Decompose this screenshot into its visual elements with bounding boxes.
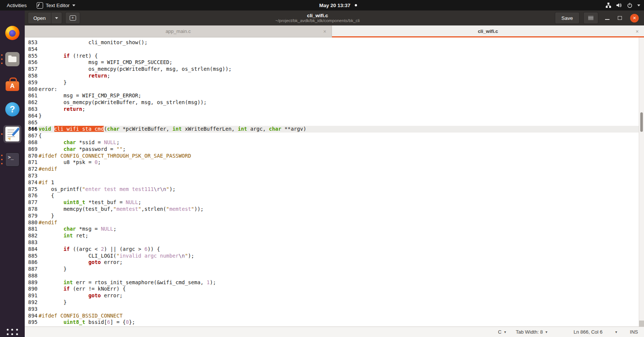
code-text: } (39, 266, 639, 273)
code-line[interactable]: 877 uint8_t *test_buf = NULL; (25, 199, 639, 206)
language-label: C (498, 329, 501, 335)
tab-width-label: Tab Width: 8 (516, 329, 543, 335)
code-line[interactable]: 875 os_printf("enter test mem test111\r\… (25, 186, 639, 193)
code-line[interactable]: 865 (25, 119, 639, 126)
language-selector[interactable]: C ▾ (498, 329, 506, 335)
running-dots (1, 155, 3, 164)
code-text: return; (39, 73, 639, 79)
code-line[interactable]: 878 memcpy(test_buf,"memtest",strlen("me… (25, 206, 639, 213)
code-line[interactable]: 863 return; (25, 106, 639, 113)
code-line[interactable]: 894#ifdef CONFIG_BSSID_CONNECT (25, 313, 639, 319)
code-line[interactable]: 872#endif (25, 166, 639, 173)
code-text: goto error; (39, 292, 639, 299)
dock-item-terminal[interactable]: >_ (3, 151, 21, 168)
chevron-down-icon: ▾ (615, 330, 617, 334)
dock-item-help[interactable]: ? (3, 100, 21, 118)
code-text: uint8_t *test_buf = NULL; (39, 199, 639, 206)
code-line[interactable]: 880#endif (25, 219, 639, 226)
cursor-position[interactable]: Ln 866, Col 6 (574, 329, 602, 335)
scrollbar-thumb[interactable] (640, 112, 643, 132)
code-line[interactable]: 879 } (25, 213, 639, 219)
code-line[interactable]: 895 uint8_t bssid[6] = {0}; (25, 319, 639, 326)
code-line[interactable]: 869 char *password = ""; (25, 146, 639, 153)
restore-button[interactable] (618, 16, 622, 20)
code-line[interactable]: 876 { (25, 192, 639, 199)
code-line[interactable]: 884 if ((argc < 2) || (argc > 6)) { (25, 246, 639, 253)
code-text: if (!ret) { (39, 53, 639, 60)
line-number: 872 (25, 166, 39, 173)
tab-cli-wifi[interactable]: cli_wifi.c × (332, 25, 644, 37)
tab-bar: app_main.c × cli_wifi.c × (25, 25, 644, 37)
code-text: memcpy(test_buf,"memtest",strlen("memtes… (39, 206, 639, 213)
code-line[interactable]: 856 msg = WIFI_CMD_RSP_SUCCEED; (25, 59, 639, 66)
clock-menu[interactable]: May 20 13:37 (319, 0, 357, 10)
line-number: 861 (25, 92, 39, 99)
save-button[interactable]: Save (555, 12, 580, 24)
notification-dot-icon (355, 4, 357, 6)
dock-item-text-editor[interactable] (3, 125, 21, 143)
tab-close-icon[interactable]: × (323, 28, 326, 34)
running-dots (1, 133, 3, 135)
tab-app-main[interactable]: app_main.c × (25, 25, 332, 37)
code-line[interactable]: 892 } (25, 299, 639, 306)
code-line[interactable]: 854 (25, 46, 639, 53)
activities-button[interactable]: Activities (5, 0, 28, 10)
code-line[interactable]: 888 (25, 273, 639, 279)
code-line[interactable]: 866void cli_wifi_sta_cmd(char *pcWriteBu… (25, 126, 639, 133)
code-text: char *password = ""; (39, 146, 639, 153)
close-button[interactable]: ✕ (630, 14, 639, 22)
open-button[interactable]: Open (28, 12, 51, 24)
app-menu[interactable]: Text Editor (37, 0, 75, 10)
new-tab-button[interactable]: + (65, 12, 80, 24)
minimize-button[interactable] (605, 19, 610, 20)
gedit-window: Open + cli_wifi.c ~/project/bk_avdk/bk_i… (25, 10, 644, 337)
code-text (39, 273, 639, 279)
text-editor-view[interactable]: 853 cli_monitor_show();854855 if (!ret) … (25, 37, 644, 327)
scrollbar-corner (639, 321, 644, 327)
code-line[interactable]: 882 int ret; (25, 233, 639, 239)
code-text (39, 239, 639, 246)
code-line[interactable]: 870#ifdef CONFIG_CONNECT_THROUGH_PSK_OR_… (25, 153, 639, 160)
code-line[interactable]: 868 char *ssid = NULL; (25, 139, 639, 146)
window-controls: ✕ (605, 14, 639, 22)
dock-item-firefox[interactable] (3, 24, 21, 42)
code-line[interactable]: 883 (25, 239, 639, 246)
code-line[interactable]: 864} (25, 113, 639, 119)
dock-item-ubuntu-software[interactable]: A (3, 75, 21, 93)
code-line[interactable]: 858 return; (25, 73, 639, 79)
show-applications-button[interactable] (7, 329, 18, 337)
code-line[interactable]: 855 if (!ret) { (25, 53, 639, 60)
tab-close-icon[interactable]: × (636, 28, 639, 34)
code-line[interactable]: 889 int err = rtos_init_semaphore(&wifi_… (25, 279, 639, 286)
code-line[interactable]: 859 } (25, 79, 639, 86)
code-line[interactable]: 890 if (err != kNoErr) { (25, 286, 639, 292)
code-line[interactable]: 857 os_memcpy(pcWriteBuffer, msg, os_str… (25, 66, 639, 73)
code-line[interactable]: 873 (25, 173, 639, 179)
line-number: 891 (25, 292, 39, 299)
hamburger-menu-button[interactable] (583, 12, 598, 24)
code-line[interactable]: 887 } (25, 266, 639, 273)
code-line[interactable]: 871 u8 *psk = 0; (25, 159, 639, 166)
code-line[interactable]: 860error: (25, 86, 639, 93)
code-line[interactable]: 862 os_memcpy(pcWriteBuffer, msg, os_str… (25, 99, 639, 106)
open-dropdown-button[interactable] (51, 12, 62, 24)
line-number: 880 (25, 219, 39, 226)
code-line[interactable]: 853 cli_monitor_show(); (25, 39, 639, 46)
code-line[interactable]: 874#if 1 (25, 179, 639, 186)
text-editor-icon (37, 2, 43, 9)
vertical-scrollbar[interactable] (639, 37, 644, 327)
code-text: os_memcpy(pcWriteBuffer, msg, os_strlen(… (39, 66, 639, 73)
dock-item-files[interactable] (3, 50, 21, 68)
code-line[interactable]: 885 CLI_LOGI("invalid argc number\n"); (25, 253, 639, 259)
system-status-area[interactable] (605, 0, 640, 10)
code-line[interactable]: 886 goto error; (25, 259, 639, 266)
code-line[interactable]: 891 goto error; (25, 292, 639, 299)
goto-line-dropdown[interactable]: ▾ (615, 330, 617, 334)
tab-width-selector[interactable]: Tab Width: 8 ▾ (516, 329, 547, 335)
code-line[interactable]: 861 msg = WIFI_CMD_RSP_ERROR; (25, 92, 639, 99)
code-text: int err = rtos_init_semaphore(&wifi_cmd_… (39, 279, 639, 286)
code-line[interactable]: 881 char *msg = NULL; (25, 226, 639, 233)
firefox-icon (5, 26, 19, 40)
code-line[interactable]: 893 (25, 306, 639, 313)
code-line[interactable]: 867{ (25, 133, 639, 139)
